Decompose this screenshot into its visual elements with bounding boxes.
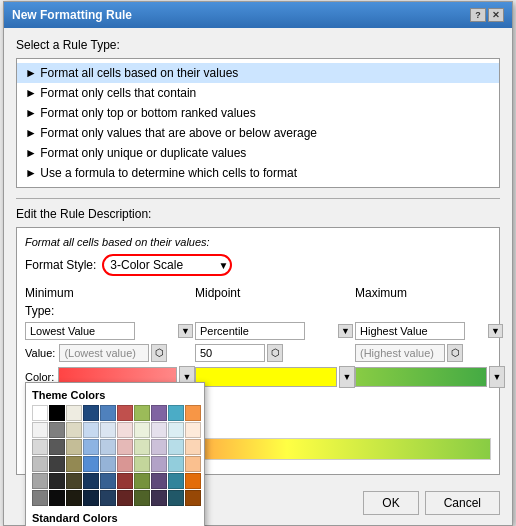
help-button[interactable]: ? xyxy=(470,8,486,22)
theme-color-swatch-43[interactable] xyxy=(83,473,99,489)
type-label: Type: xyxy=(25,304,195,318)
value-row: Value: ⬡ ⬡ ⬡ xyxy=(25,344,491,362)
theme-color-swatch-58[interactable] xyxy=(168,490,184,506)
value-max-cell: ⬡ xyxy=(355,344,505,362)
theme-color-swatch-44[interactable] xyxy=(100,473,116,489)
color-max-area: ▼ xyxy=(355,366,505,388)
format-style-select[interactable]: 3-Color Scale 2-Color Scale Data Bar Ico… xyxy=(102,254,232,276)
theme-color-swatch-42[interactable] xyxy=(66,473,82,489)
theme-color-swatch-34[interactable] xyxy=(100,456,116,472)
theme-color-swatch-37[interactable] xyxy=(151,456,167,472)
color-max-dropdown-btn[interactable]: ▼ xyxy=(489,366,505,388)
type-max-select[interactable]: Highest Value Number Percent Percentile … xyxy=(355,322,465,340)
theme-color-swatch-22[interactable] xyxy=(66,439,82,455)
col-header-minimum: Minimum xyxy=(25,286,195,300)
type-max-wrapper: Highest Value Number Percent Percentile … xyxy=(355,322,505,340)
rule-item-4-text: ► Format only unique or duplicate values xyxy=(25,146,246,160)
theme-color-swatch-50[interactable] xyxy=(32,490,48,506)
theme-color-swatch-6[interactable] xyxy=(134,405,150,421)
format-style-select-wrapper: 3-Color Scale 2-Color Scale Data Bar Ico… xyxy=(102,254,232,276)
type-selects-row: Lowest Value Number Percent Percentile F… xyxy=(25,322,491,340)
theme-color-swatch-36[interactable] xyxy=(134,456,150,472)
rule-item-3[interactable]: ► Format only values that are above or b… xyxy=(17,123,499,143)
theme-color-swatch-53[interactable] xyxy=(83,490,99,506)
theme-color-swatch-56[interactable] xyxy=(134,490,150,506)
theme-color-swatch-5[interactable] xyxy=(117,405,133,421)
theme-color-swatch-25[interactable] xyxy=(117,439,133,455)
rule-item-0[interactable]: ► Format all cells based on their values xyxy=(17,63,499,83)
rule-item-4[interactable]: ► Format only unique or duplicate values xyxy=(17,143,499,163)
theme-color-swatch-55[interactable] xyxy=(117,490,133,506)
theme-color-swatch-31[interactable] xyxy=(49,456,65,472)
color-mid-cell: ▼ xyxy=(195,366,355,388)
theme-color-swatch-28[interactable] xyxy=(168,439,184,455)
theme-color-swatch-8[interactable] xyxy=(168,405,184,421)
title-bar: New Formatting Rule ? ✕ xyxy=(4,2,512,28)
theme-color-swatch-40[interactable] xyxy=(32,473,48,489)
theme-color-swatch-17[interactable] xyxy=(151,422,167,438)
ok-button[interactable]: OK xyxy=(363,491,418,515)
theme-color-swatch-12[interactable] xyxy=(66,422,82,438)
theme-color-swatch-9[interactable] xyxy=(185,405,201,421)
theme-color-swatch-23[interactable] xyxy=(83,439,99,455)
type-min-wrapper: Lowest Value Number Percent Percentile F… xyxy=(25,322,195,340)
rule-item-5[interactable]: ► Use a formula to determine which cells… xyxy=(17,163,499,183)
theme-color-swatch-32[interactable] xyxy=(66,456,82,472)
theme-color-swatch-33[interactable] xyxy=(83,456,99,472)
theme-color-swatch-21[interactable] xyxy=(49,439,65,455)
value-max-icon-btn[interactable]: ⬡ xyxy=(447,344,463,362)
type-mid-select[interactable]: Percentile Number Percent Formula xyxy=(195,322,305,340)
theme-color-swatch-0[interactable] xyxy=(32,405,48,421)
theme-color-swatch-13[interactable] xyxy=(83,422,99,438)
theme-color-swatch-29[interactable] xyxy=(185,439,201,455)
theme-color-swatch-2[interactable] xyxy=(66,405,82,421)
theme-color-swatch-57[interactable] xyxy=(151,490,167,506)
theme-color-swatch-18[interactable] xyxy=(168,422,184,438)
theme-color-swatch-26[interactable] xyxy=(134,439,150,455)
type-min-select[interactable]: Lowest Value Number Percent Percentile F… xyxy=(25,322,135,340)
value-min-cell: Value: ⬡ xyxy=(25,344,195,362)
theme-color-swatch-52[interactable] xyxy=(66,490,82,506)
theme-color-swatch-4[interactable] xyxy=(100,405,116,421)
theme-color-swatch-3[interactable] xyxy=(83,405,99,421)
rule-item-2[interactable]: ► Format only top or bottom ranked value… xyxy=(17,103,499,123)
theme-color-swatch-30[interactable] xyxy=(32,456,48,472)
close-button[interactable]: ✕ xyxy=(488,8,504,22)
theme-color-swatch-20[interactable] xyxy=(32,439,48,455)
theme-color-swatch-54[interactable] xyxy=(100,490,116,506)
theme-color-swatch-59[interactable] xyxy=(185,490,201,506)
theme-color-swatch-7[interactable] xyxy=(151,405,167,421)
cancel-button[interactable]: Cancel xyxy=(425,491,500,515)
color-max-swatch xyxy=(355,367,487,387)
rule-item-1[interactable]: ► Format only cells that contain xyxy=(17,83,499,103)
type-mid-arrow-icon: ▼ xyxy=(338,324,353,338)
theme-color-swatch-27[interactable] xyxy=(151,439,167,455)
value-mid-icon-btn[interactable]: ⬡ xyxy=(267,344,283,362)
theme-color-swatch-45[interactable] xyxy=(117,473,133,489)
theme-color-swatch-1[interactable] xyxy=(49,405,65,421)
theme-color-swatch-47[interactable] xyxy=(151,473,167,489)
value-min-icon-btn[interactable]: ⬡ xyxy=(151,344,167,362)
theme-color-swatch-10[interactable] xyxy=(32,422,48,438)
value-min-input[interactable] xyxy=(59,344,149,362)
theme-color-swatch-14[interactable] xyxy=(100,422,116,438)
theme-color-swatch-15[interactable] xyxy=(117,422,133,438)
theme-color-swatch-41[interactable] xyxy=(49,473,65,489)
theme-color-swatch-51[interactable] xyxy=(49,490,65,506)
rule-item-2-text: ► Format only top or bottom ranked value… xyxy=(25,106,256,120)
type-max-arrow-icon: ▼ xyxy=(488,324,503,338)
value-mid-input[interactable] xyxy=(195,344,265,362)
theme-color-swatch-46[interactable] xyxy=(134,473,150,489)
theme-color-swatch-39[interactable] xyxy=(185,456,201,472)
theme-color-swatch-19[interactable] xyxy=(185,422,201,438)
theme-color-swatch-11[interactable] xyxy=(49,422,65,438)
theme-color-swatch-49[interactable] xyxy=(185,473,201,489)
theme-color-swatch-38[interactable] xyxy=(168,456,184,472)
value-max-input[interactable] xyxy=(355,344,445,362)
theme-color-swatch-16[interactable] xyxy=(134,422,150,438)
theme-color-swatch-24[interactable] xyxy=(100,439,116,455)
theme-color-swatch-35[interactable] xyxy=(117,456,133,472)
edit-rule-label: Edit the Rule Description: xyxy=(16,207,500,221)
color-mid-dropdown-btn[interactable]: ▼ xyxy=(339,366,355,388)
theme-color-swatch-48[interactable] xyxy=(168,473,184,489)
